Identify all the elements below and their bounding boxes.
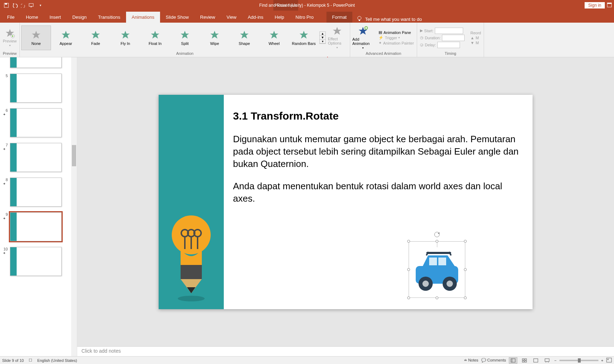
notes-placeholder: Click to add notes bbox=[81, 348, 121, 354]
slide-editor: 3.1 Transform.Rotate Digunakan untuk mem… bbox=[77, 57, 614, 356]
zoom-in-button[interactable]: + bbox=[601, 358, 603, 363]
fit-to-window-button[interactable] bbox=[606, 358, 612, 363]
preview-button[interactable]: Preview ▾ bbox=[0, 27, 19, 48]
spell-check-icon[interactable]: ☐ bbox=[29, 358, 32, 363]
selection-box bbox=[409, 241, 465, 298]
thumbnail-6[interactable]: 6✦ bbox=[0, 107, 77, 139]
slide-heading: 3.1 Transform.Rotate bbox=[233, 109, 525, 123]
animation-pane-button[interactable]: ▤ Animation Pane bbox=[379, 30, 414, 35]
slide-text-content: 3.1 Transform.Rotate Digunakan untuk mem… bbox=[233, 109, 525, 205]
tab-design[interactable]: Design bbox=[67, 12, 92, 23]
timing-duration-label: Duration: bbox=[425, 36, 441, 40]
tab-animations[interactable]: Animations bbox=[126, 12, 160, 23]
start-from-beginning-icon[interactable] bbox=[28, 2, 35, 9]
animation-fade[interactable]: Fade bbox=[81, 25, 110, 50]
resize-handle[interactable] bbox=[464, 268, 467, 271]
thumbnail-5[interactable]: 5 bbox=[0, 72, 77, 104]
tab-view[interactable]: View bbox=[221, 12, 242, 23]
animation-randombars[interactable]: Random Bars bbox=[289, 25, 319, 50]
animation-floatin[interactable]: Float In bbox=[140, 25, 170, 50]
tab-review[interactable]: Review bbox=[194, 12, 221, 23]
preview-label: Preview bbox=[3, 39, 17, 43]
gallery-more[interactable]: ▾ bbox=[320, 40, 325, 44]
thumbnail-9[interactable]: 9✦ bbox=[0, 211, 77, 243]
slide-thumbnails: 5 6✦ 7✦ 8✦ 9✦ 10✦ bbox=[0, 57, 77, 356]
animation-gallery: None Appear Fade Fly In Float In bbox=[21, 25, 319, 50]
svg-marker-16 bbox=[210, 31, 219, 39]
svg-rect-2 bbox=[29, 4, 33, 6]
resize-handle[interactable] bbox=[436, 240, 438, 243]
svg-marker-19 bbox=[300, 31, 308, 39]
move-up-icon: ▲ bbox=[470, 36, 474, 40]
animation-shape[interactable]: Shape bbox=[229, 25, 259, 50]
zoom-out-button[interactable]: − bbox=[554, 358, 556, 363]
svg-marker-18 bbox=[270, 31, 278, 39]
resize-handle[interactable] bbox=[464, 240, 467, 243]
thumbnail-8[interactable]: 8✦ bbox=[0, 176, 77, 208]
thumbnail-scrollbar[interactable] bbox=[71, 57, 77, 356]
tab-format[interactable]: Format bbox=[326, 12, 352, 23]
title-bar: ▾ Find and Rotate (Unity) - Kelompok 5 -… bbox=[0, 0, 614, 11]
resize-handle[interactable] bbox=[436, 296, 438, 299]
view-normal-button[interactable] bbox=[509, 357, 517, 364]
sign-in-button[interactable]: Sign in bbox=[585, 2, 605, 8]
resize-handle[interactable] bbox=[407, 268, 410, 271]
save-icon[interactable] bbox=[3, 2, 10, 9]
animation-wheel[interactable]: Wheel bbox=[259, 25, 289, 50]
comments-button[interactable]: 💬 Comments bbox=[481, 358, 506, 363]
ribbon-tabs: File Home Insert Design Transitions Anim… bbox=[0, 11, 614, 23]
svg-point-5 bbox=[358, 16, 361, 20]
svg-rect-6 bbox=[359, 20, 360, 21]
svg-rect-52 bbox=[545, 359, 549, 362]
slide-canvas[interactable]: 3.1 Transform.Rotate Digunakan untuk mem… bbox=[159, 95, 533, 309]
animation-group-label: Animation bbox=[20, 51, 350, 56]
qat-more-icon[interactable]: ▾ bbox=[37, 2, 44, 9]
view-reading-button[interactable] bbox=[531, 357, 540, 364]
tab-insert[interactable]: Insert bbox=[44, 12, 67, 23]
notes-pane[interactable]: Click to add notes bbox=[77, 346, 614, 356]
svg-rect-55 bbox=[607, 358, 612, 362]
view-sorter-button[interactable] bbox=[520, 357, 529, 364]
thumbnail-10[interactable]: 10✦ bbox=[0, 245, 77, 277]
resize-handle[interactable] bbox=[464, 296, 467, 299]
move-down-icon: ▼ bbox=[470, 41, 474, 45]
tab-slideshow[interactable]: Slide Show bbox=[160, 12, 194, 23]
tab-help[interactable]: Help bbox=[269, 12, 290, 23]
undo-icon[interactable] bbox=[11, 2, 18, 9]
tell-me-search[interactable]: Tell me what you want to do bbox=[352, 16, 426, 23]
reorder-label: Reord bbox=[470, 31, 481, 35]
preview-group-label: Preview bbox=[0, 51, 19, 56]
zoom-slider[interactable] bbox=[559, 360, 598, 361]
thumbnail-7[interactable]: 7✦ bbox=[0, 141, 77, 173]
animation-appear[interactable]: Appear bbox=[51, 25, 81, 50]
view-slideshow-button[interactable] bbox=[543, 357, 551, 364]
redo-icon bbox=[20, 2, 27, 9]
tab-file[interactable]: File bbox=[1, 12, 20, 23]
slide-paragraph-2: Anda dapat menentukan bentuk rotasi dala… bbox=[233, 180, 525, 205]
animation-none[interactable]: None bbox=[21, 25, 51, 50]
selected-car-image[interactable] bbox=[409, 241, 465, 298]
slide-paragraph-1: Digunakan untuk memutar game object ke b… bbox=[233, 133, 525, 170]
gallery-scroll-up[interactable]: ▲ bbox=[320, 32, 325, 36]
animation-wipe[interactable]: Wipe bbox=[200, 25, 229, 50]
ribbon-display-icon[interactable] bbox=[607, 2, 612, 8]
svg-point-25 bbox=[178, 296, 205, 301]
status-slide-count: Slide 9 of 10 bbox=[2, 358, 24, 363]
tab-transitions[interactable]: Transitions bbox=[92, 12, 126, 23]
animation-painter-button: ✦ Animation Painter bbox=[379, 41, 414, 45]
tab-home[interactable]: Home bbox=[20, 12, 44, 23]
lightbulb-pencil-icon bbox=[170, 210, 212, 302]
animation-flyin[interactable]: Fly In bbox=[110, 25, 140, 50]
status-language[interactable]: English (United States) bbox=[37, 358, 77, 363]
gallery-scroll-down[interactable]: ▼ bbox=[320, 36, 325, 40]
animation-split[interactable]: Split bbox=[170, 25, 200, 50]
notes-button[interactable]: ≐ Notes bbox=[464, 358, 478, 363]
tab-addins[interactable]: Add-ins bbox=[242, 12, 269, 23]
thumbnail-4-partial[interactable] bbox=[0, 57, 77, 69]
svg-marker-11 bbox=[62, 31, 70, 39]
add-animation-button[interactable]: Add Animation ▾ bbox=[350, 24, 376, 51]
resize-handle[interactable] bbox=[407, 240, 410, 243]
resize-handle[interactable] bbox=[407, 296, 410, 299]
tab-nitropro[interactable]: Nitro Pro bbox=[290, 12, 319, 23]
timing-start-label: Start: bbox=[424, 29, 433, 33]
